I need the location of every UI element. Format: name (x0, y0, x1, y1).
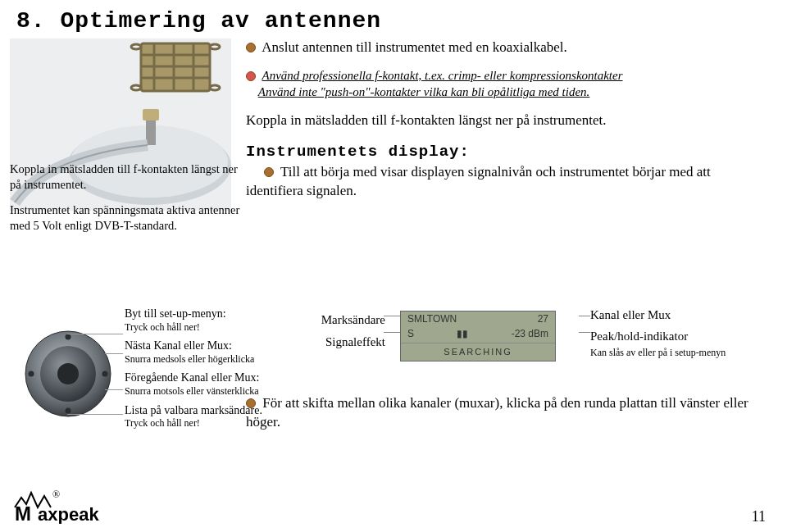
lcd-screen: SMLTOWN 27 S ▮▮ -23 dBm SEARCHING (400, 311, 556, 361)
lower-paragraph: För att skifta mellan olika kanaler (mux… (246, 394, 762, 432)
lcd-row-1: SMLTOWN 27 (401, 311, 555, 326)
lower-para-text: För att skifta mellan olika kanaler (mux… (246, 395, 748, 430)
lcd-label-peak-sub: Kan slås av eller på i setup-menyn (590, 347, 726, 358)
bullet-icon (246, 398, 256, 408)
lcd-row-2: S ▮▮ -23 dBm (401, 326, 555, 341)
warning-line-1: Använd professionella f-kontakt, t.ex. c… (262, 69, 622, 82)
lcd-label-signaleffekt: Signaleffekt (312, 331, 385, 353)
warning-line-2: Använd inte "push-on"-kontakter vilka ka… (258, 85, 590, 98)
lcd-area: SMLTOWN 27 S ▮▮ -23 dBm SEARCHING (377, 311, 578, 375)
lcd-channel: 27 (538, 313, 548, 325)
right-side-text: Anslut antennen till instrumentet med en… (246, 39, 771, 201)
lcd-dbm: -23 dBm (512, 328, 548, 339)
svg-text:®: ® (52, 489, 60, 500)
top-section: Koppla in mätsladden till f-kontakten lä… (0, 39, 787, 284)
dial-setup-sub: Tryck och håll ner! (125, 321, 301, 333)
intro-line: Anslut antennen till instrumentet med en… (246, 39, 771, 57)
bullet-icon (246, 43, 256, 52)
dial-label-next: Nästa Kanal eller Mux: Snurra medsols el… (125, 339, 301, 365)
dial-prev-head: Föregående Kanal eller Mux: (125, 371, 301, 385)
dial-next-sub: Snurra medsols eller högerklicka (125, 353, 301, 365)
lcd-label-peak: Peak/hold-indikator Kan slås av eller på… (590, 329, 762, 361)
dial-next-head: Nästa Kanal eller Mux: (125, 339, 301, 353)
left-para-koppla: Koppla in mätsladden till f-kontakten lä… (10, 161, 243, 193)
lcd-s: S (407, 328, 414, 339)
svg-point-19 (66, 334, 71, 340)
svg-rect-4 (143, 109, 159, 120)
display-body-text: Till att börja med visar displayen signa… (246, 164, 711, 198)
left-para-power: Instrumentet kan spänningsmata aktiva an… (10, 202, 243, 234)
lcd-bar: ▮▮ (457, 328, 468, 339)
display-body-line: Till att börja med visar displayen signa… (246, 163, 771, 201)
lcd-label-peak-text: Peak/hold-indikator (590, 330, 688, 343)
warning-block: Använd professionella f-kontakt, t.ex. c… (246, 67, 771, 101)
lcd-transmitter: SMLTOWN (407, 313, 457, 325)
svg-point-22 (102, 371, 108, 377)
display-heading: Instrumentets display: (246, 142, 771, 163)
bullet-icon (264, 167, 274, 177)
svg-text:M: M (15, 502, 31, 524)
page-title: 8. Optimering av antennen (0, 0, 787, 39)
intro-text: Anslut antennen till instrumentet med en… (262, 39, 567, 55)
warning-icon (246, 71, 256, 81)
left-side-text: Koppla in mätsladden till f-kontakten lä… (10, 161, 243, 243)
dial-setup-head: Byt till set-up-menyn: (125, 307, 301, 321)
svg-point-21 (29, 371, 34, 377)
lcd-label-kanal: Kanal eller Mux (590, 307, 762, 324)
svg-point-18 (57, 363, 79, 384)
lower-section: Byt till set-up-menyn: Tryck och håll ne… (0, 304, 787, 493)
lcd-labels-right: Kanal eller Mux Peak/hold-indikator Kan … (590, 307, 762, 361)
koppla-line: Koppla in mätsladden till f-kontakten lä… (246, 111, 771, 130)
svg-rect-3 (146, 117, 156, 145)
lcd-label-marksandare: Marksändare (312, 309, 385, 331)
lcd-labels-left: Marksändare Signaleffekt (312, 309, 385, 353)
dial-control-illustration (25, 330, 111, 417)
maxpeak-logo: M axpeak ® (13, 489, 136, 527)
svg-text:axpeak: axpeak (38, 504, 99, 524)
dial-label-prev: Föregående Kanal eller Mux: Snurra motso… (125, 371, 301, 397)
lcd-searching: SEARCHING (401, 343, 555, 357)
dial-label-setup: Byt till set-up-menyn: Tryck och håll ne… (125, 307, 301, 333)
page-number: 11 (752, 508, 766, 525)
svg-point-20 (66, 408, 71, 414)
